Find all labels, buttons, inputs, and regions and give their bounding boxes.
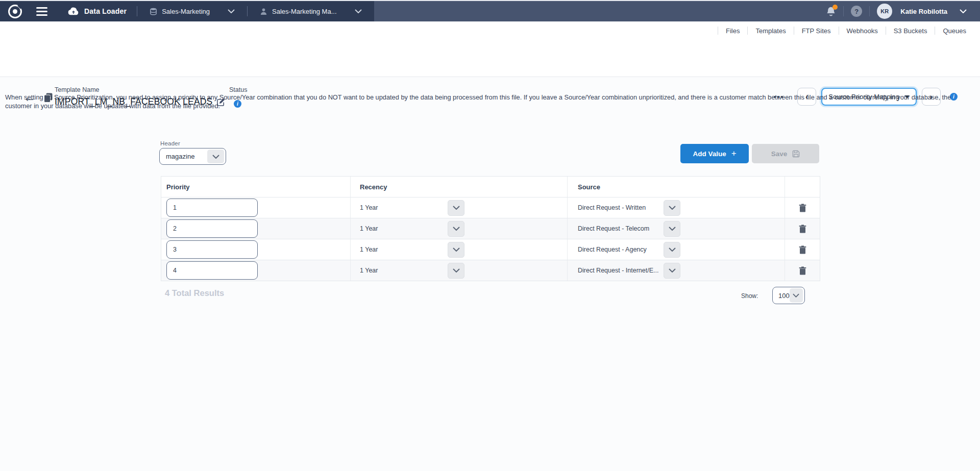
chevron-down-icon[interactable] [790, 288, 803, 303]
help-icon[interactable]: ? [851, 6, 862, 17]
save-label: Save [771, 150, 788, 158]
divider [843, 6, 844, 16]
user-name: Katie Robilotta [900, 8, 947, 15]
recency-dropdown-button[interactable] [448, 200, 464, 216]
chevron-down-icon [228, 9, 235, 13]
secondary-nav: Files Templates FTP Sites Webhooks S3 Bu… [0, 22, 980, 39]
top-navbar-right-section: ? KR Katie Robilotta [826, 4, 980, 19]
user-avatar[interactable]: KR [877, 4, 892, 19]
recency-value: 1 Year [360, 225, 448, 232]
priority-mapping-table: Priority Recency Source 1 Year Direct Re… [161, 176, 820, 281]
priority-input[interactable] [166, 261, 258, 280]
workspace-dropdown-value: Sales-Marketing Ma... [272, 8, 336, 15]
nav-item-queues[interactable]: Queues [935, 27, 974, 35]
status-label: Status [229, 86, 247, 93]
source-value: Direct Request - Telecom [578, 225, 664, 232]
save-button[interactable]: Save [752, 144, 819, 163]
hamburger-menu-icon[interactable] [36, 7, 47, 16]
chevron-down-icon [355, 9, 362, 13]
divider [137, 6, 137, 16]
delete-row-icon[interactable] [799, 266, 806, 275]
org-dropdown[interactable]: Sales-Marketing [148, 8, 237, 15]
add-value-button[interactable]: Add Value + [680, 144, 749, 163]
delete-row-icon[interactable] [799, 225, 806, 233]
recency-value: 1 Year [360, 204, 448, 211]
priority-input[interactable] [166, 219, 258, 238]
chevron-down-icon[interactable] [207, 150, 224, 163]
nav-item-webhooks[interactable]: Webhooks [839, 27, 886, 35]
org-dropdown-value: Sales-Marketing [162, 8, 210, 15]
recency-value: 1 Year [360, 246, 448, 253]
source-dropdown-button[interactable] [664, 221, 680, 237]
nav-item-s3-buckets[interactable]: S3 Buckets [886, 27, 935, 35]
source-value: Direct Request - Internet/E... [578, 267, 664, 274]
database-icon [150, 8, 157, 15]
save-floppy-icon [792, 150, 800, 158]
header-field-select[interactable]: magazine [159, 148, 226, 165]
column-header-recency: Recency [350, 177, 567, 197]
recency-value: 1 Year [360, 267, 448, 274]
table-row: 1 Year Direct Request - Written [161, 197, 820, 218]
table-row: 1 Year Direct Request - Telecom [161, 218, 820, 239]
source-dropdown-button[interactable] [664, 263, 680, 279]
nav-item-templates[interactable]: Templates [748, 27, 793, 35]
priority-input[interactable] [166, 199, 258, 217]
app-logo-icon[interactable] [8, 5, 22, 18]
page-header: ← Template Name IMPORT_LM_NB_FACEBOOK LE… [0, 39, 980, 77]
table-header-row: Priority Recency Source [161, 177, 820, 197]
brand-label: Data Loader [84, 7, 127, 15]
plus-icon: + [731, 148, 737, 159]
table-row: 1 Year Direct Request - Internet/E... [161, 260, 820, 281]
table-row: 1 Year Direct Request - Agency [161, 239, 820, 260]
total-results-label: 4 Total Results [165, 288, 224, 298]
notifications-bell-icon[interactable] [826, 6, 836, 17]
workspace-dropdown[interactable]: Sales-Marketing Ma... [258, 8, 363, 15]
source-value: Direct Request - Written [578, 204, 664, 211]
nav-item-ftp-sites[interactable]: FTP Sites [794, 27, 839, 35]
recency-dropdown-button[interactable] [448, 263, 464, 279]
template-name-label: Template Name [55, 86, 100, 93]
product-brand: Data Loader [68, 7, 127, 15]
top-navbar-brand-section: Data Loader Sales-Marketing Sales-Market… [0, 1, 374, 21]
column-header-priority: Priority [161, 183, 350, 191]
recency-dropdown-button[interactable] [448, 242, 464, 258]
top-navbar: Data Loader Sales-Marketing Sales-Market… [0, 0, 980, 21]
column-header-actions [785, 177, 820, 197]
source-dropdown-button[interactable] [664, 242, 680, 258]
column-header-source: Source [567, 177, 785, 197]
divider [869, 6, 870, 16]
page-size-select[interactable]: 100 [772, 287, 805, 304]
page-size-value: 100 [778, 292, 790, 300]
header-field-value: magazine [166, 153, 194, 160]
delete-row-icon[interactable] [799, 204, 806, 212]
priority-input[interactable] [166, 240, 258, 259]
source-value: Direct Request - Agency [578, 246, 664, 253]
delete-row-icon[interactable] [799, 245, 806, 254]
notification-badge [832, 5, 838, 10]
add-value-label: Add Value [693, 150, 726, 158]
source-prioritization-description: When setting up Source Prioritization, y… [5, 93, 974, 110]
source-dropdown-button[interactable] [664, 200, 680, 216]
header-field-label: Header [160, 140, 180, 146]
cloud-upload-icon [68, 7, 79, 15]
recency-dropdown-button[interactable] [448, 221, 464, 237]
person-icon [260, 8, 267, 15]
divider [247, 6, 248, 16]
show-label: Show: [741, 292, 758, 300]
nav-item-files[interactable]: Files [718, 27, 747, 35]
chevron-down-icon[interactable] [960, 9, 967, 13]
